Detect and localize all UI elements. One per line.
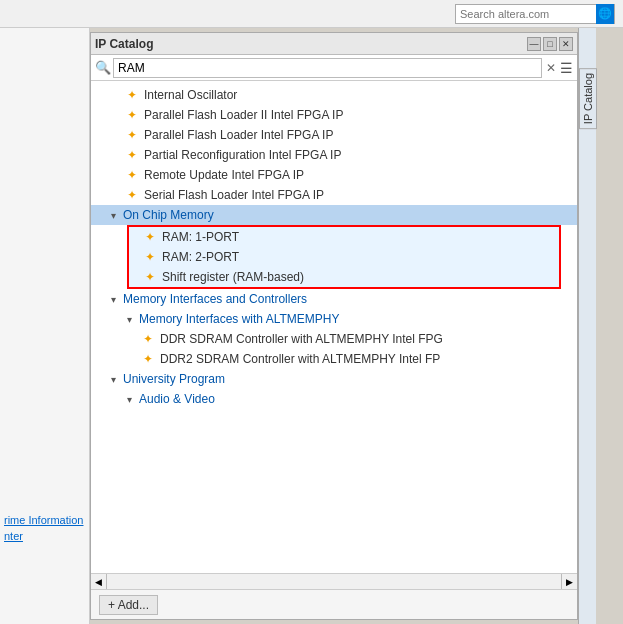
- tree-label-on-chip-memory: On Chip Memory: [123, 208, 214, 222]
- sidebar-bottom-items: rime Information nter: [0, 512, 89, 544]
- tree-item-audio-video[interactable]: ▾ Audio & Video: [91, 389, 577, 409]
- panel-title: IP Catalog: [95, 37, 153, 51]
- ip-icon: [127, 128, 141, 142]
- tree-item-ram-1port[interactable]: RAM: 1-PORT: [129, 227, 559, 247]
- ip-icon: [127, 188, 141, 202]
- search-altera-input[interactable]: [456, 8, 596, 20]
- ip-icon-shift: [145, 270, 159, 284]
- h-scroll-track[interactable]: [107, 574, 561, 589]
- tree-item-serial-flash[interactable]: Serial Flash Loader Intel FPGA IP: [91, 185, 577, 205]
- tree-label: Internal Oscillator: [144, 88, 237, 102]
- tree-label-mem-altmemphy: Memory Interfaces with ALTMEMPHY: [139, 312, 340, 326]
- search-clear-icon[interactable]: ✕: [544, 61, 558, 75]
- ip-icon: [127, 88, 141, 102]
- tree-label: Parallel Flash Loader Intel FPGA IP: [144, 128, 333, 142]
- tree-item-parallel-flash[interactable]: Parallel Flash Loader Intel FPGA IP: [91, 125, 577, 145]
- expand-icon: ▾: [127, 394, 137, 405]
- right-tab-label[interactable]: IP Catalog: [579, 68, 597, 129]
- tree-item-internal-osc[interactable]: Internal Oscillator: [91, 85, 577, 105]
- red-box-section: RAM: 1-PORT RAM: 2-PORT Shift register (…: [127, 225, 561, 289]
- tree-item-mem-altmemphy[interactable]: ▾ Memory Interfaces with ALTMEMPHY: [91, 309, 577, 329]
- minimize-btn[interactable]: —: [527, 37, 541, 51]
- expand-icon: ▾: [127, 314, 137, 325]
- tree-label-audio-video: Audio & Video: [139, 392, 215, 406]
- expand-icon: ▾: [111, 210, 121, 221]
- tree-label-mem-interfaces: Memory Interfaces and Controllers: [123, 292, 307, 306]
- panel-title-icons: — □ ✕: [527, 37, 573, 51]
- left-sidebar: rime Information nter: [0, 28, 90, 624]
- expand-icon: ▾: [111, 374, 121, 385]
- tree-label-ram-2port: RAM: 2-PORT: [162, 250, 239, 264]
- tree-item-ram-2port[interactable]: RAM: 2-PORT: [129, 247, 559, 267]
- h-scroll-right-btn[interactable]: ▶: [561, 574, 577, 590]
- enter-link[interactable]: nter: [0, 528, 89, 544]
- tree-label-university: University Program: [123, 372, 225, 386]
- ip-catalog-panel: IP Catalog — □ ✕ 🔍 ✕ ☰ Internal Oscillat…: [90, 32, 578, 620]
- add-label: + Add...: [108, 598, 149, 612]
- tree-label: Serial Flash Loader Intel FPGA IP: [144, 188, 324, 202]
- tree-item-university-program[interactable]: ▾ University Program: [91, 369, 577, 389]
- tree-item-ddr2-sdram[interactable]: DDR2 SDRAM Controller with ALTMEMPHY Int…: [91, 349, 577, 369]
- tree-label: Remote Update Intel FPGA IP: [144, 168, 304, 182]
- tree-label: Partial Reconfiguration Intel FPGA IP: [144, 148, 341, 162]
- h-scroll-left-btn[interactable]: ◀: [91, 574, 107, 590]
- prime-info-link[interactable]: rime Information: [0, 512, 89, 528]
- right-tab[interactable]: IP Catalog: [578, 28, 596, 624]
- tree-item-on-chip-memory[interactable]: ▾ On Chip Memory: [91, 205, 577, 225]
- panel-title-bar: IP Catalog — □ ✕: [91, 33, 577, 55]
- catalog-search-icon: 🔍: [95, 60, 111, 75]
- search-menu-icon[interactable]: ☰: [560, 60, 573, 76]
- add-bar: + Add...: [91, 589, 577, 619]
- globe-icon[interactable]: 🌐: [596, 4, 614, 24]
- search-box[interactable]: 🌐: [455, 4, 615, 24]
- ip-icon-ddr: [143, 332, 157, 346]
- tree-label: Parallel Flash Loader II Intel FPGA IP: [144, 108, 343, 122]
- tree-item-ddr-sdram[interactable]: DDR SDRAM Controller with ALTMEMPHY Inte…: [91, 329, 577, 349]
- ip-icon-ram1: [145, 230, 159, 244]
- maximize-btn[interactable]: □: [543, 37, 557, 51]
- ip-icon-ram2: [145, 250, 159, 264]
- catalog-search-input[interactable]: [113, 58, 542, 78]
- expand-icon: ▾: [111, 294, 121, 305]
- add-button[interactable]: + Add...: [99, 595, 158, 615]
- tree-item-mem-interfaces[interactable]: ▾ Memory Interfaces and Controllers: [91, 289, 577, 309]
- ip-icon: [127, 108, 141, 122]
- ip-icon: [127, 168, 141, 182]
- top-bar: 🌐: [0, 0, 623, 28]
- ip-icon: [127, 148, 141, 162]
- tree-label-ram-1port: RAM: 1-PORT: [162, 230, 239, 244]
- main-area: rime Information nter IP Catalog — □ ✕ 🔍…: [0, 28, 623, 624]
- ip-icon-ddr2: [143, 352, 157, 366]
- close-btn[interactable]: ✕: [559, 37, 573, 51]
- tree-label-ddr: DDR SDRAM Controller with ALTMEMPHY Inte…: [160, 332, 443, 346]
- tree-item-parallel-flash-2[interactable]: Parallel Flash Loader II Intel FPGA IP: [91, 105, 577, 125]
- tree-item-partial-reconfig[interactable]: Partial Reconfiguration Intel FPGA IP: [91, 145, 577, 165]
- tree-item-shift-register[interactable]: Shift register (RAM-based): [129, 267, 559, 287]
- tree-label-ddr2: DDR2 SDRAM Controller with ALTMEMPHY Int…: [160, 352, 440, 366]
- h-scroll-bar: ◀ ▶: [91, 573, 577, 589]
- tree-label-shift-register: Shift register (RAM-based): [162, 270, 304, 284]
- catalog-tree[interactable]: Internal Oscillator Parallel Flash Loade…: [91, 81, 577, 573]
- catalog-search-bar: 🔍 ✕ ☰: [91, 55, 577, 81]
- tree-item-remote-update[interactable]: Remote Update Intel FPGA IP: [91, 165, 577, 185]
